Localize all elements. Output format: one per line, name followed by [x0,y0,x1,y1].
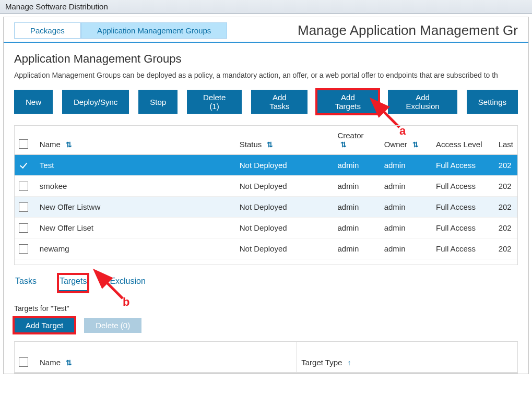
cell-access: Full Access [432,154,494,176]
new-button[interactable]: New [14,90,53,114]
table-row[interactable]: New Offer ListwwNot DeployedadminadminFu… [15,197,517,218]
cell-last: 202 [494,218,517,238]
sort-up-icon[interactable]: ↑ [348,358,351,367]
cell-owner: admin [380,259,432,265]
col-status[interactable]: Status ⇅ [235,126,334,154]
col-creator[interactable]: Creator ⇅ [333,126,380,154]
cell-status: Not Deployed [235,197,334,218]
row-checkbox[interactable] [19,182,28,191]
sort-icon[interactable]: ⇅ [66,140,72,149]
tab-packages[interactable]: Packages [14,22,81,39]
window-title-bar: Manage Software Distribution [0,0,532,14]
cell-last: 202 [494,154,517,176]
stop-button[interactable]: Stop [138,90,178,114]
select-all-checkbox[interactable] [19,139,28,149]
detail-tabs: Tasks Targets Exclusion b [14,274,518,296]
table-row[interactable]: newamgNot DeployedadminadminFull Access2… [15,238,517,259]
col-access[interactable]: Access Level [432,126,494,154]
table-header-row: Name ⇅ Status ⇅ Creator ⇅ Owner [15,126,517,154]
tab-targets[interactable]: Targets [58,274,88,292]
main-panel: Packages Application Management Groups M… [3,17,529,374]
content-area: Application Management Groups Applicatio… [4,52,528,374]
cell-access: Full Access [432,176,494,197]
cell-status: Not Deployed [235,238,334,259]
sort-icon[interactable]: ⇅ [340,140,347,149]
cell-last: 202 [494,197,517,218]
col-last[interactable]: Last [494,126,517,154]
cell-access: Full Access [432,238,494,259]
window-title: Manage Software Distribution [5,2,108,11]
cell-access: Full Access [432,218,494,238]
section-description: Application Management Groups can be dep… [14,71,518,79]
cell-creator: admin [333,154,380,176]
cell-owner: admin [380,218,432,238]
sort-icon[interactable]: ⇅ [412,140,419,149]
cell-owner: admin [380,197,432,218]
cell-creator: admin [333,176,380,197]
cell-name: New Offer Liset [36,218,235,238]
cell-status: Not Deployed [235,154,334,176]
cell-name: Copy of smoke !"£$%& [36,259,235,265]
sort-icon[interactable]: ⇅ [66,358,72,367]
targets-for-label: Targets for "Test" [14,304,518,313]
cell-status: Not Deployed [235,218,334,238]
table-row[interactable]: Copy of smoke !"£$%&Out of Syncadminadmi… [15,259,517,265]
tab-tasks[interactable]: Tasks [14,274,38,292]
add-targets-button[interactable]: Add Targets [317,90,379,114]
row-checkbox[interactable] [19,244,28,254]
cell-status: Not Deployed [235,176,334,197]
col-name[interactable]: Name ⇅ [36,126,235,154]
row-checkbox[interactable] [19,223,28,233]
cell-owner: admin [380,176,432,197]
targets-header-row: Name ⇅ Target Type ↑ [15,342,517,373]
cell-owner: admin [380,238,432,259]
row-checkbox[interactable] [19,161,28,170]
cell-creator: admin [333,259,380,265]
table-row[interactable]: New Offer LisetNot DeployedadminadminFul… [15,218,517,238]
cell-name: Test [36,154,235,176]
target-toolbar: Add Target Delete (0) [14,318,518,333]
target-col-type[interactable]: Target Type ↑ [297,342,517,373]
add-tasks-button[interactable]: Add Tasks [251,90,308,114]
tab-amg[interactable]: Application Management Groups [81,22,227,39]
page-title: Manage Application Management Gr [298,22,518,39]
settings-button[interactable]: Settings [467,90,518,114]
cell-creator: admin [333,197,380,218]
add-target-button[interactable]: Add Target [14,318,75,333]
col-owner[interactable]: Owner ⇅ [380,126,432,154]
delete-button[interactable]: Delete (1) [187,90,242,114]
amg-table: Name ⇅ Status ⇅ Creator ⇅ Owner [14,125,518,265]
sort-icon[interactable]: ⇅ [267,140,273,149]
cell-name: New Offer Listww [36,197,235,218]
add-exclusion-button[interactable]: Add Exclusion [388,90,457,114]
cell-last: 202 [494,176,517,197]
table-row[interactable]: smokeeNot DeployedadminadminFull Access2… [15,176,517,197]
cell-owner: admin [380,154,432,176]
cell-name: smokee [36,176,235,197]
targets-table: Name ⇅ Target Type ↑ [14,341,518,374]
top-tabs: Packages Application Management Groups M… [4,22,528,42]
section-heading: Application Management Groups [14,52,518,66]
cell-creator: admin [333,218,380,238]
cell-last: 202 [494,238,517,259]
action-toolbar: New Deploy/Sync Stop Delete (1) Add Task… [14,90,518,114]
row-checkbox[interactable] [19,202,28,212]
tab-exclusion[interactable]: Exclusion [109,274,146,292]
cell-access: Full Access [432,197,494,218]
select-all-targets-checkbox[interactable] [19,357,28,367]
delete-target-button[interactable]: Delete (0) [84,318,141,333]
divider [4,42,528,43]
cell-status: Out of Sync [235,259,334,265]
table-row[interactable]: TestNot DeployedadminadminFull Access202 [15,154,517,176]
cell-access: Full Access [432,259,494,265]
cell-name: newamg [36,238,235,259]
target-col-name[interactable]: Name ⇅ [36,342,297,373]
deploy-sync-button[interactable]: Deploy/Sync [62,90,129,114]
cell-creator: admin [333,238,380,259]
annotation-label-b: b [123,295,129,309]
cell-last: 202 [494,259,517,265]
